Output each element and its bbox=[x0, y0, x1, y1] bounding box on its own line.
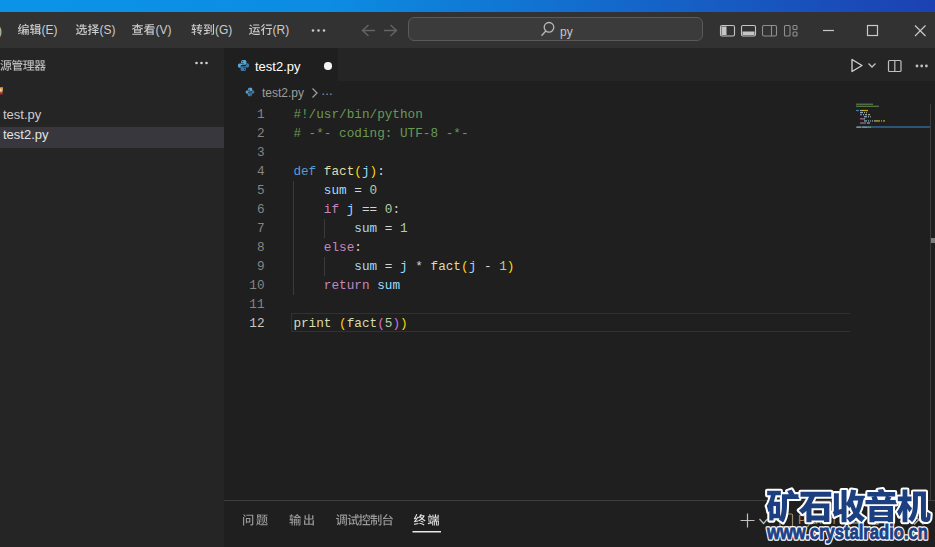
svg-text:www.crystalradio.cn: www.crystalradio.cn bbox=[766, 520, 928, 543]
svg-text:(S): (S) bbox=[99, 23, 115, 37]
svg-text:): ) bbox=[0, 24, 2, 38]
svg-text:(G): (G) bbox=[215, 23, 232, 37]
svg-text:(V): (V) bbox=[156, 23, 172, 37]
svg-text:(R): (R) bbox=[273, 23, 290, 37]
svg-text:(E): (E) bbox=[42, 23, 58, 37]
